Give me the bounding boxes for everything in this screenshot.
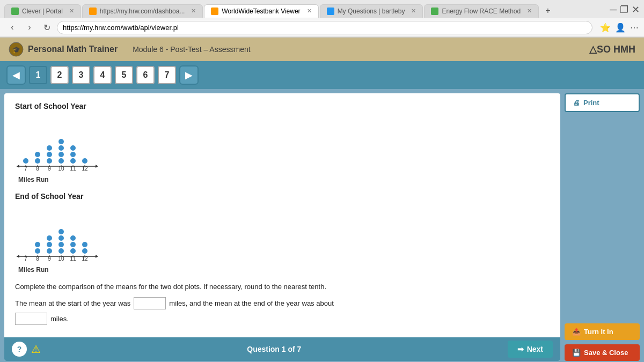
svg-point-34 [47, 248, 52, 254]
personal-math-trainer-icon: 🎓 [9, 42, 24, 57]
svg-point-42 [70, 242, 76, 247]
app-title: Personal Math Trainer [28, 45, 118, 54]
answer-prefix: The mean at the start of the year was [15, 299, 130, 307]
back-button[interactable]: ‹ [5, 20, 19, 34]
browser-chrome: Clever | Portal ✕ https://my.hrw.com/das… [0, 0, 644, 38]
address-bar[interactable] [57, 21, 592, 34]
tab-label-energy: Energy Flow RACE Method [442, 8, 521, 15]
svg-point-14 [70, 145, 76, 151]
tab-favicon-energy [431, 8, 438, 15]
print-label: Print [583, 99, 599, 107]
tab-favicon-wwtb [211, 8, 218, 15]
svg-point-3 [35, 158, 40, 164]
svg-text:11: 11 [70, 166, 76, 171]
question-btn-6[interactable]: 6 [136, 66, 155, 84]
chart2-title: End of School Year [15, 192, 550, 201]
tab-close-clever[interactable]: ✕ [69, 8, 74, 14]
browser-controls: ‹ › ↻ ⭐ 👤 ⋯ [0, 18, 644, 37]
svg-marker-47 [96, 255, 98, 258]
help-button[interactable]: ? [12, 342, 27, 357]
tab-label-clever: Clever | Portal [22, 8, 63, 15]
svg-text:8: 8 [36, 166, 39, 171]
answer-suffix: miles. [50, 315, 69, 323]
tab-label-wwtb: WorldWideTestbank Viewer [222, 8, 300, 15]
next-button[interactable]: ➡ Next [508, 341, 553, 358]
sidebar-panel: 🖨 Print 📤 Turn It In 💾 Save & Close [565, 93, 640, 361]
mean-end-input[interactable] [15, 313, 47, 325]
new-tab-button[interactable]: + [540, 3, 555, 18]
restore-button[interactable]: ❐ [620, 4, 628, 16]
tab-label-hrw: https://my.hrw.com/dashboa... [100, 8, 185, 15]
next-question-button[interactable]: ▶ [179, 65, 199, 85]
tab-favicon-bartleby [327, 8, 334, 15]
content-scroll[interactable]: Start of School Year [4, 93, 560, 337]
refresh-button[interactable]: ↻ [40, 20, 54, 34]
svg-text:12: 12 [82, 166, 88, 171]
mean-start-input[interactable] [134, 297, 166, 309]
content-panel: Start of School Year [4, 93, 560, 361]
save-close-button[interactable]: 💾 Save & Close [565, 344, 640, 361]
forward-button[interactable]: › [23, 20, 36, 34]
svg-point-12 [70, 158, 76, 164]
question-btn-1[interactable]: 1 [29, 66, 47, 84]
tab-bartleby[interactable]: My Questions | bartleby ✕ [320, 4, 423, 18]
tab-label-bartleby: My Questions | bartleby [338, 8, 405, 15]
question-btn-7[interactable]: 7 [158, 66, 176, 84]
svg-point-8 [58, 158, 64, 164]
tab-clever[interactable]: Clever | Portal ✕ [4, 4, 81, 18]
svg-point-13 [70, 152, 76, 157]
next-label: Next [527, 345, 543, 353]
question-text: Complete the comparison of the means for… [15, 282, 550, 292]
dot-plot-end: 7 8 9 10 11 12 Miles Run [15, 205, 550, 274]
warning-icon[interactable]: ⚠ [31, 343, 41, 356]
tab-energy[interactable]: Energy Flow RACE Method ✕ [424, 4, 539, 18]
question-btn-5[interactable]: 5 [115, 66, 133, 84]
app-subtitle: Module 6 - Post-Test – Assessment [133, 45, 250, 54]
svg-text:8: 8 [36, 256, 39, 261]
question-btn-4[interactable]: 4 [93, 66, 112, 84]
question-btn-2[interactable]: 2 [50, 66, 69, 84]
next-arrow-icon: ➡ [517, 345, 524, 353]
tab-wwtb[interactable]: WorldWideTestbank Viewer ✕ [204, 4, 318, 18]
svg-point-9 [58, 152, 64, 157]
svg-point-32 [35, 248, 40, 254]
svg-point-10 [58, 145, 64, 151]
answer-middle: miles, and the mean at the end of the ye… [169, 299, 333, 307]
navigation-bar: ◀ 1 2 3 4 5 6 7 ▶ [0, 61, 644, 89]
question-counter: Question 1 of 7 [41, 345, 508, 353]
dot-plot-end-svg: 7 8 9 10 11 12 [15, 207, 122, 261]
print-button[interactable]: 🖨 Print [565, 93, 640, 112]
save-close-label: Save & Close [584, 349, 628, 357]
tab-close-bartleby[interactable]: ✕ [411, 8, 416, 14]
profile-icon[interactable]: 👤 [615, 23, 626, 33]
svg-point-37 [58, 248, 64, 254]
close-browser-button[interactable]: ✕ [632, 4, 640, 16]
svg-point-40 [58, 229, 64, 234]
prev-question-button[interactable]: ◀ [6, 65, 26, 85]
answer-row-2: miles. [15, 313, 550, 325]
svg-point-15 [82, 158, 87, 164]
svg-point-5 [47, 158, 52, 164]
hmh-logo: △SO HMH [589, 43, 635, 55]
browser-icons: ⭐ 👤 ⋯ [600, 23, 639, 33]
save-icon: 💾 [572, 349, 581, 357]
tab-close-energy[interactable]: ✕ [527, 8, 532, 14]
bottom-bar: ? ⚠ Question 1 of 7 ➡ Next [4, 337, 560, 361]
svg-point-11 [58, 139, 64, 144]
question-btn-3[interactable]: 3 [72, 66, 90, 84]
minimize-button[interactable]: ─ [610, 4, 617, 16]
extensions-icon[interactable]: ⭐ [600, 23, 611, 33]
answer-row-1: The mean at the start of the year was mi… [15, 297, 550, 309]
svg-point-4 [35, 152, 40, 157]
tab-hrw[interactable]: https://my.hrw.com/dashboa... ✕ [82, 4, 203, 18]
tab-close-hrw[interactable]: ✕ [191, 8, 196, 14]
svg-point-45 [82, 242, 87, 247]
dot-plot-start-svg: 7 8 9 10 11 12 [15, 117, 122, 171]
svg-text:11: 11 [70, 256, 76, 261]
svg-point-33 [35, 242, 40, 247]
turn-in-button[interactable]: 📤 Turn It In [565, 323, 640, 340]
tab-close-wwtb[interactable]: ✕ [307, 8, 312, 14]
chart1-title: Start of School Year [15, 102, 550, 110]
turn-in-icon: 📤 [572, 328, 581, 336]
settings-icon[interactable]: ⋯ [630, 23, 639, 33]
